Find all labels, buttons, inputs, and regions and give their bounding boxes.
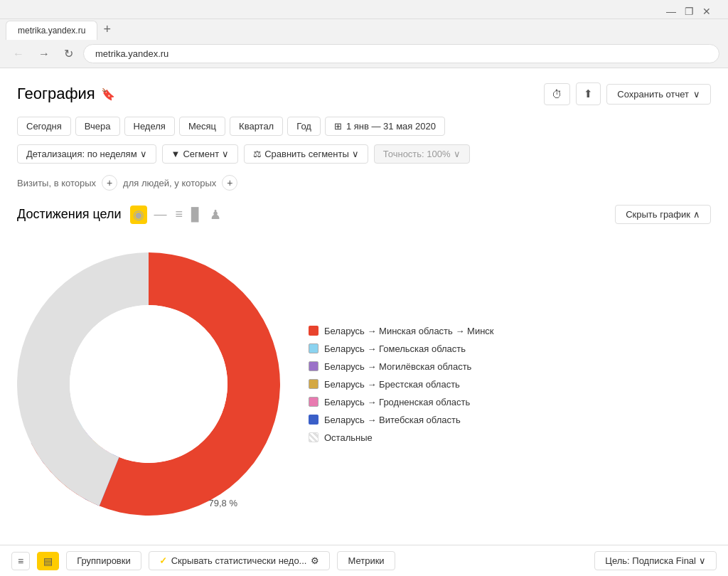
accuracy-arrow-icon: ∨ [454, 149, 461, 159]
save-arrow-icon: ∨ [693, 89, 700, 100]
page-title: География [17, 85, 95, 103]
chart-type-icons: ◉ — ≡ ▊ ♟ [130, 206, 223, 224]
forward-button[interactable]: → [34, 46, 54, 62]
compare-icon: ⚖ [253, 149, 262, 159]
period-year[interactable]: Год [287, 117, 321, 136]
period-today[interactable]: Сегодня [17, 117, 71, 136]
new-tab-button[interactable]: + [97, 19, 117, 40]
hide-chart-label: Скрыть график [626, 209, 690, 220]
date-range-button[interactable]: ⊞ 1 янв — 31 мая 2020 [325, 117, 445, 136]
legend-item-brest: Беларусь → Брестская область [309, 379, 494, 390]
active-tab[interactable]: metrika.yandex.ru [6, 21, 97, 40]
legend-item-other: Остальные [309, 432, 494, 443]
tab-strip: metrika.yandex.ru + [0, 19, 122, 40]
segment-button[interactable]: ▼ Сегмент ∨ [162, 144, 239, 164]
section-title-row: Достижения цели ◉ — ≡ ▊ ♟ [17, 206, 223, 224]
visits-label: Визиты, в которых [17, 178, 96, 188]
chrome-inner: metrika.yandex.ru + [0, 18, 728, 40]
period-week[interactable]: Неделя [124, 117, 175, 136]
chart-area: 5,01 % 79,8 % [17, 238, 711, 530]
segment-label: Сегмент [183, 149, 219, 159]
export-button[interactable]: ⬆ [576, 82, 601, 105]
page-content: География 🔖 ⏱ ⬆ Сохранить отчет ∨ Сегодн… [0, 68, 728, 544]
person-icon[interactable]: ♟ [208, 206, 223, 224]
chart-legend: Беларусь → Минская область → Минск Белар… [309, 326, 494, 443]
calendar-icon: ⊞ [334, 121, 342, 132]
legend-color-mogilev [309, 361, 318, 371]
period-yesterday[interactable]: Вчера [75, 117, 120, 136]
legend-label-gomel: Беларусь → Гомельская область [324, 343, 466, 354]
legend-label-vitebsk: Беларусь → Витебская область [324, 415, 461, 425]
detail-filter-button[interactable]: Детализация: по неделям ∨ [17, 144, 156, 164]
save-label: Сохранить отчет [617, 89, 689, 100]
legend-color-other [309, 432, 318, 442]
close-button[interactable]: ✕ [698, 4, 715, 18]
detail-label: Детализация: по неделям [26, 149, 137, 159]
legend-item-minsk: Беларусь → Минская область → Минск [309, 326, 494, 336]
browser-chrome: — ❐ ✕ metrika.yandex.ru + ← → ↻ [0, 0, 728, 68]
header-actions: ⏱ ⬆ Сохранить отчет ∨ [544, 82, 711, 105]
bookmark-icon[interactable]: 🔖 [101, 87, 115, 101]
legend-item-gomel: Беларусь → Гомельская область [309, 343, 494, 354]
donut-hole [70, 305, 228, 463]
section-title: Достижения цели [17, 207, 122, 222]
segment-arrow-icon: ∨ [222, 149, 229, 159]
compare-segments-button[interactable]: ⚖ Сравнить сегменты ∨ [244, 144, 368, 164]
period-month[interactable]: Месяц [179, 117, 225, 136]
hide-chart-button[interactable]: Скрыть график ∧ [615, 205, 711, 224]
compare-label: Сравнить сегменты [264, 149, 349, 159]
legend-color-gomel [309, 343, 318, 353]
legend-color-brest [309, 379, 318, 389]
filter-row: Детализация: по неделям ∨ ▼ Сегмент ∨ ⚖ … [17, 144, 711, 164]
legend-label-grodno: Беларусь → Гродненская область [324, 397, 470, 407]
maximize-button[interactable]: ❐ [680, 4, 698, 18]
legend-color-minsk [309, 326, 318, 336]
period-row: Сегодня Вчера Неделя Месяц Квартал Год ⊞… [17, 117, 711, 136]
legend-item-grodno: Беларусь → Гродненская область [309, 397, 494, 407]
legend-color-vitebsk [309, 415, 318, 425]
donut-chart-icon[interactable]: ◉ [130, 206, 147, 224]
donut-chart-wrapper: 5,01 % 79,8 % [17, 252, 280, 516]
legend-item-mogilev: Беларусь → Могилёвская область [309, 361, 494, 372]
section-header: Достижения цели ◉ — ≡ ▊ ♟ Скрыть график … [17, 205, 711, 224]
legend-label-minsk: Беларусь → Минская область → Минск [324, 326, 494, 336]
legend-item-vitebsk: Беларусь → Витебская область [309, 415, 494, 425]
bar-chart-icon[interactable]: ▊ [190, 206, 203, 224]
refresh-button[interactable]: ↻ [60, 46, 77, 62]
accuracy-label: Точность: 100% [383, 149, 451, 159]
add-visit-condition-button[interactable]: + [102, 175, 117, 191]
back-button[interactable]: ← [9, 46, 28, 62]
people-label: для людей, у которых [123, 178, 216, 188]
page-header: География 🔖 ⏱ ⬆ Сохранить отчет ∨ [17, 82, 711, 105]
minimize-button[interactable]: — [662, 4, 680, 18]
address-bar[interactable] [83, 44, 719, 63]
detail-arrow-icon: ∨ [140, 149, 147, 159]
date-range-label: 1 янв — 31 мая 2020 [346, 121, 436, 132]
legend-label-other: Остальные [324, 432, 373, 443]
line-chart-icon[interactable]: — [153, 206, 168, 223]
donut-chart-svg [17, 252, 280, 516]
accuracy-button[interactable]: Точность: 100% ∨ [374, 144, 470, 164]
legend-color-grodno [309, 397, 318, 407]
visits-row: Визиты, в которых + для людей, у которых… [17, 175, 711, 191]
tab-bar: — ❐ ✕ [0, 0, 728, 18]
tab-label: metrika.yandex.ru [18, 26, 85, 36]
add-people-condition-button[interactable]: + [222, 175, 237, 191]
segment-filter-icon: ▼ [171, 149, 181, 159]
legend-label-mogilev: Беларусь → Могилёвская область [324, 361, 471, 372]
period-quarter[interactable]: Квартал [230, 117, 283, 136]
history-button[interactable]: ⏱ [544, 83, 570, 105]
save-report-button[interactable]: Сохранить отчет ∨ [606, 84, 711, 105]
area-chart-icon[interactable]: ≡ [174, 206, 185, 223]
nav-bar: ← → ↻ [0, 40, 728, 68]
title-row: География 🔖 [17, 85, 115, 103]
legend-label-brest: Беларусь → Брестская область [324, 379, 460, 390]
compare-arrow-icon: ∨ [352, 149, 359, 159]
donut-label-bottom: 79,8 % [209, 498, 237, 508]
window-controls: — ❐ ✕ [662, 4, 715, 18]
hide-chart-arrow-icon: ∧ [693, 209, 700, 220]
